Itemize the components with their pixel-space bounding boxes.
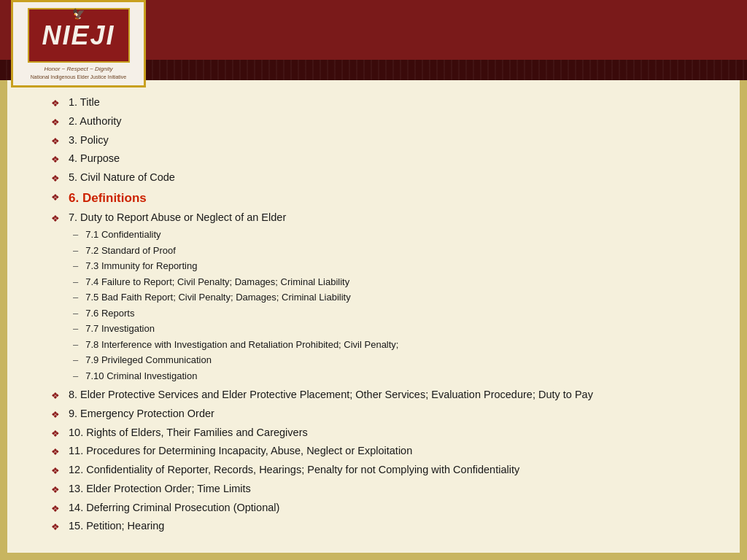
sub-list: – 7.1 Confidentiality – 7.2 Standard of … xyxy=(51,228,398,384)
diamond-icon: ❖ xyxy=(51,211,60,226)
list-item: ❖ 1. Title xyxy=(51,95,711,111)
sub-item-label: 7.4 Failure to Report; Civil Penalty; Da… xyxy=(85,275,349,289)
sub-item-label: 7.6 Reports xyxy=(85,306,134,321)
sub-item-label: 7.2 Standard of Proof xyxy=(85,244,176,258)
diamond-icon: ❖ xyxy=(51,502,60,516)
list-item: ❖ 14. Deferring Criminal Prosecution (Op… xyxy=(51,500,711,516)
diamond-icon: ❖ xyxy=(51,134,60,149)
list-item: ❖ 13. Elder Protection Order; Time Limit… xyxy=(51,481,711,497)
list-item: ❖ 15. Petition; Hearing xyxy=(51,518,711,534)
diamond-icon: ❖ xyxy=(51,483,60,497)
dash-icon: – xyxy=(73,259,78,273)
list-item: ❖ 9. Emergency Protection Order xyxy=(51,406,711,422)
sub-list-item: – 7.1 Confidentiality xyxy=(73,228,398,242)
dash-icon: – xyxy=(73,244,78,258)
item-label: 12. Confidentiality of Reporter, Records… xyxy=(69,462,711,478)
diamond-icon: ❖ xyxy=(51,408,60,422)
list-item: ❖ 3. Policy xyxy=(51,133,711,149)
diamond-icon: ❖ xyxy=(51,389,60,403)
item-label: 4. Purpose xyxy=(69,151,711,167)
item-label: 7. Duty to Report Abuse or Neglect of an… xyxy=(69,210,711,226)
item-label: 2. Authority xyxy=(69,114,711,130)
item-label: 5. Civil Nature of Code xyxy=(69,170,711,186)
list-item: ❖ 4. Purpose xyxy=(51,151,711,167)
eagle-icon: 🦅 xyxy=(72,8,85,20)
list-item: ❖ 7. Duty to Report Abuse or Neglect of … xyxy=(51,210,711,384)
diamond-icon: ❖ xyxy=(51,520,60,534)
list-item: ❖ 12. Confidentiality of Reporter, Recor… xyxy=(51,462,711,478)
sub-list-item: – 7.3 Immunity for Reporting xyxy=(73,259,398,273)
logo-box: 🦅 NIEJI Honor ~ Respect ~ Dignity Nation… xyxy=(11,0,146,88)
sub-list-item: – 7.5 Bad Faith Report; Civil Penalty; D… xyxy=(73,290,398,305)
diamond-icon: ❖ xyxy=(51,427,60,441)
diamond-icon: ❖ xyxy=(51,171,60,186)
item-label: 13. Elder Protection Order; Time Limits xyxy=(69,481,711,497)
sub-list-item: – 7.7 Investigation xyxy=(73,322,398,336)
diamond-icon: ❖ xyxy=(51,190,60,205)
list-item: ❖ 8. Elder Protective Services and Elder… xyxy=(51,387,711,403)
dash-icon: – xyxy=(73,322,78,336)
logo-tagline: Honor ~ Respect ~ Dignity xyxy=(44,65,113,73)
diamond-icon: ❖ xyxy=(51,464,60,478)
sub-list-item: – 7.10 Criminal Investigation xyxy=(73,369,398,384)
item-label: 3. Policy xyxy=(69,133,711,149)
logo-inner: 🦅 NIEJI xyxy=(28,8,130,63)
list-item: ❖ 10. Rights of Elders, Their Families a… xyxy=(51,425,711,441)
logo-subtitle: National Indigenous Elder Justice Initia… xyxy=(31,74,127,79)
dash-icon: – xyxy=(73,338,78,352)
sub-list-item: – 7.8 Interference with Investigation an… xyxy=(73,338,398,352)
logo-text: NIEJI xyxy=(42,20,115,51)
dash-icon: – xyxy=(73,369,78,384)
item-label: 1. Title xyxy=(69,95,711,111)
item-label: 15. Petition; Hearing xyxy=(69,518,711,534)
content-area: ❖ 1. Title ❖ 2. Authority ❖ 3. Policy ❖ … xyxy=(7,80,740,553)
item-label: 11. Procedures for Determining Incapacit… xyxy=(69,443,711,459)
diamond-icon: ❖ xyxy=(51,445,60,459)
dash-icon: – xyxy=(73,228,78,242)
sub-item-label: 7.9 Privileged Communication xyxy=(85,353,212,368)
diamond-icon: ❖ xyxy=(51,96,60,111)
dash-icon: – xyxy=(73,353,78,368)
sub-item-label: 7.5 Bad Faith Report; Civil Penalty; Dam… xyxy=(85,290,350,305)
top-bar: 🦅 NIEJI Honor ~ Respect ~ Dignity Nation… xyxy=(0,0,747,80)
list-item-highlighted: ❖ 6. Definitions xyxy=(51,189,711,208)
list-item: ❖ 11. Procedures for Determining Incapac… xyxy=(51,443,711,459)
diamond-icon: ❖ xyxy=(51,115,60,130)
item-label: 14. Deferring Criminal Prosecution (Opti… xyxy=(69,500,711,516)
dash-icon: – xyxy=(73,306,78,321)
sub-item-label: 7.10 Criminal Investigation xyxy=(85,369,197,384)
sub-list-item: – 7.6 Reports xyxy=(73,306,398,321)
sub-list-item: – 7.4 Failure to Report; Civil Penalty; … xyxy=(73,275,398,289)
sub-list-item: – 7.2 Standard of Proof xyxy=(73,244,398,258)
item-label: 8. Elder Protective Services and Elder P… xyxy=(69,387,711,403)
toc-list: ❖ 1. Title ❖ 2. Authority ❖ 3. Policy ❖ … xyxy=(51,95,711,534)
sub-list-item: – 7.9 Privileged Communication xyxy=(73,353,398,368)
item-label-highlighted: 6. Definitions xyxy=(69,189,711,208)
page-wrapper: 🦅 NIEJI Honor ~ Respect ~ Dignity Nation… xyxy=(0,0,747,560)
sub-item-label: 7.8 Interference with Investigation and … xyxy=(85,338,398,352)
list-item: ❖ 5. Civil Nature of Code xyxy=(51,170,711,186)
sub-item-label: 7.3 Immunity for Reporting xyxy=(85,259,197,273)
dash-icon: – xyxy=(73,290,78,305)
sub-item-label: 7.1 Confidentiality xyxy=(85,228,160,242)
diamond-icon: ❖ xyxy=(51,152,60,167)
dash-icon: – xyxy=(73,275,78,289)
list-item: ❖ 2. Authority xyxy=(51,114,711,130)
item-label: 10. Rights of Elders, Their Families and… xyxy=(69,425,711,441)
sub-item-label: 7.7 Investigation xyxy=(85,322,155,336)
item-label: 9. Emergency Protection Order xyxy=(69,406,711,422)
